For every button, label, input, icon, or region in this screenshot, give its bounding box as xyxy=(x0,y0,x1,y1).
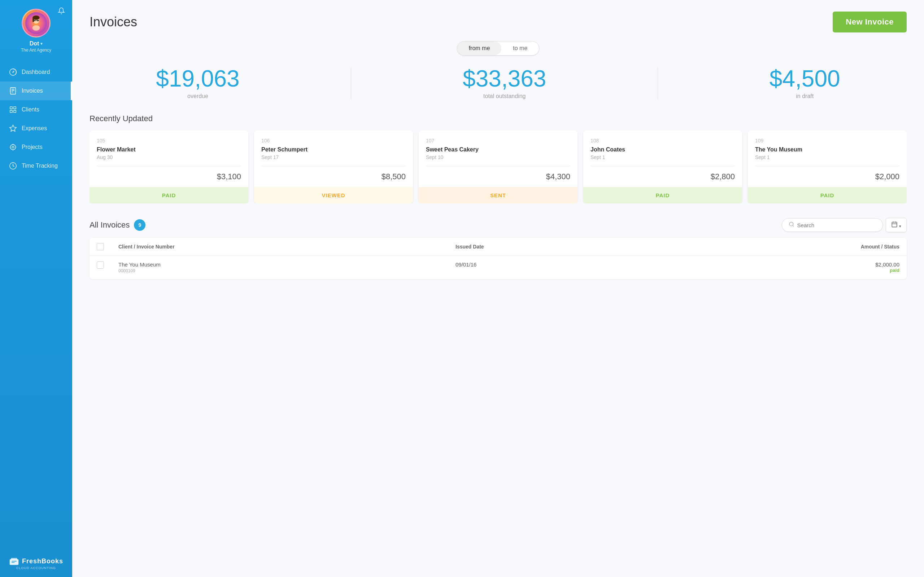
row-status: paid xyxy=(660,268,900,273)
card-date-108: Sept 1 xyxy=(591,154,735,160)
stat-divider-1 xyxy=(351,67,351,100)
sidebar-item-expenses[interactable]: Expenses xyxy=(0,119,72,138)
invoice-count-badge: 9 xyxy=(134,219,145,231)
invoice-cards-row: 105 Flower Market Aug 30 $3,100 PAID 106… xyxy=(89,131,907,203)
svg-point-21 xyxy=(12,146,14,148)
sidebar-item-clients[interactable]: Clients xyxy=(0,100,72,119)
svg-point-31 xyxy=(789,222,793,226)
toggle-to-me[interactable]: to me xyxy=(501,42,539,55)
svg-rect-11 xyxy=(10,88,16,94)
card-date-107: Sept 10 xyxy=(426,154,570,160)
stat-outstanding: $33,363 total outstanding xyxy=(463,67,546,100)
bell-icon[interactable] xyxy=(58,7,65,16)
search-input[interactable] xyxy=(797,222,876,228)
sidebar-label-expenses: Expenses xyxy=(22,125,47,132)
card-status-109: PAID xyxy=(748,187,907,203)
sidebar-item-invoices[interactable]: Invoices xyxy=(0,82,72,100)
card-client-109: The You Museum xyxy=(755,147,900,153)
search-row: ▾ xyxy=(782,218,907,232)
outstanding-amount: $33,363 xyxy=(463,67,546,90)
svg-line-32 xyxy=(793,226,794,226)
sidebar-label-time-tracking: Time Tracking xyxy=(22,163,58,169)
dashboard-icon xyxy=(9,68,17,76)
outstanding-label: total outstanding xyxy=(463,93,546,100)
card-date-109: Sept 1 xyxy=(755,154,900,160)
svg-rect-6 xyxy=(37,20,39,21)
svg-rect-33 xyxy=(892,222,897,227)
card-status-105: PAID xyxy=(89,187,248,203)
row-checkbox[interactable] xyxy=(97,261,104,269)
card-number-109: 109 xyxy=(755,138,900,143)
card-body-105: 105 Flower Market Aug 30 $3,100 xyxy=(89,131,248,187)
all-invoices-title: All Invoices 9 xyxy=(89,219,145,231)
logo-tagline: cloud accounting xyxy=(16,566,56,570)
stat-divider-2 xyxy=(657,67,658,100)
svg-point-2 xyxy=(32,25,40,31)
select-all-checkbox[interactable] xyxy=(97,243,104,250)
invoice-card-109[interactable]: 109 The You Museum Sept 1 $2,000 PAID xyxy=(748,131,907,203)
user-name: Dot xyxy=(30,40,39,47)
time-tracking-icon xyxy=(9,161,17,170)
row-date-cell: 09/01/16 xyxy=(448,256,653,279)
all-invoices-header: All Invoices 9 ▾ xyxy=(89,218,907,232)
calendar-button[interactable]: ▾ xyxy=(886,218,907,232)
header-checkbox-col xyxy=(89,238,111,256)
sidebar-label-dashboard: Dashboard xyxy=(22,69,50,76)
all-invoices-label: All Invoices xyxy=(89,220,129,230)
card-client-106: Peter Schumpert xyxy=(261,147,406,153)
svg-rect-17 xyxy=(10,110,12,113)
invoice-card-107[interactable]: 107 Sweet Peas Cakery Sept 10 $4,300 SEN… xyxy=(419,131,577,203)
user-agency: The Ant Agency xyxy=(21,48,51,53)
dropdown-arrow-icon[interactable]: ▾ xyxy=(40,41,43,46)
card-date-105: Aug 30 xyxy=(97,154,241,160)
header-client: Client / Invoice Number xyxy=(111,238,448,256)
card-number-105: 105 xyxy=(97,138,241,143)
sidebar-item-projects[interactable]: Projects xyxy=(0,138,72,156)
row-checkbox-cell xyxy=(89,256,111,279)
svg-marker-19 xyxy=(10,125,16,131)
card-status-108: PAID xyxy=(583,187,742,203)
row-amount-cell: $2,000.00 paid xyxy=(653,256,907,279)
card-amount-105: $3,100 xyxy=(97,172,241,181)
sidebar-item-time-tracking[interactable]: Time Tracking xyxy=(0,156,72,175)
draft-amount: $4,500 xyxy=(769,67,840,90)
header-date[interactable]: Issued Date xyxy=(448,238,653,256)
page-header: Invoices New Invoice xyxy=(89,11,907,32)
stat-draft: $4,500 in draft xyxy=(769,67,840,100)
dropdown-arrow-icon: ▾ xyxy=(899,224,901,228)
toggle-from-me[interactable]: from me xyxy=(457,42,502,55)
overdue-label: overdue xyxy=(156,93,239,100)
card-number-108: 108 xyxy=(591,138,735,143)
invoice-card-106[interactable]: 106 Peter Schumpert Sept 17 $8,500 VIEWE… xyxy=(254,131,413,203)
invoice-table: Client / Invoice Number Issued Date Amou… xyxy=(89,238,907,279)
row-invoice-num: 0000109 xyxy=(118,268,441,273)
card-divider-105 xyxy=(97,166,241,166)
card-amount-107: $4,300 xyxy=(426,172,570,181)
svg-rect-18 xyxy=(14,110,16,113)
stat-overdue: $19,063 overdue xyxy=(156,67,239,100)
invoice-card-105[interactable]: 105 Flower Market Aug 30 $3,100 PAID xyxy=(89,131,248,203)
svg-rect-16 xyxy=(14,107,16,109)
toggle-row: from me to me xyxy=(89,41,907,56)
table-header-row: Client / Invoice Number Issued Date Amou… xyxy=(89,238,907,256)
card-amount-108: $2,800 xyxy=(591,172,735,181)
card-body-109: 109 The You Museum Sept 1 $2,000 xyxy=(748,131,907,187)
overdue-amount: $19,063 xyxy=(156,67,239,90)
sidebar-item-dashboard[interactable]: Dashboard xyxy=(0,63,72,82)
sidebar-label-invoices: Invoices xyxy=(22,88,43,94)
card-client-107: Sweet Peas Cakery xyxy=(426,147,570,153)
svg-point-20 xyxy=(10,145,16,150)
new-invoice-button[interactable]: New Invoice xyxy=(833,11,907,32)
sidebar-nav: Dashboard Invoices xyxy=(0,63,72,549)
sidebar-label-clients: Clients xyxy=(22,106,39,113)
card-body-107: 107 Sweet Peas Cakery Sept 10 $4,300 xyxy=(419,131,577,187)
row-client-cell: The You Museum 0000109 xyxy=(111,256,448,279)
search-box xyxy=(782,218,883,232)
projects-icon xyxy=(9,143,17,152)
table-row[interactable]: The You Museum 0000109 09/01/16 $2,000.0… xyxy=(89,256,907,279)
clients-icon xyxy=(9,105,17,114)
invoices-icon xyxy=(9,87,17,95)
card-client-108: John Coates xyxy=(591,147,735,153)
card-divider-106 xyxy=(261,166,406,166)
invoice-card-108[interactable]: 108 John Coates Sept 1 $2,800 PAID xyxy=(583,131,742,203)
